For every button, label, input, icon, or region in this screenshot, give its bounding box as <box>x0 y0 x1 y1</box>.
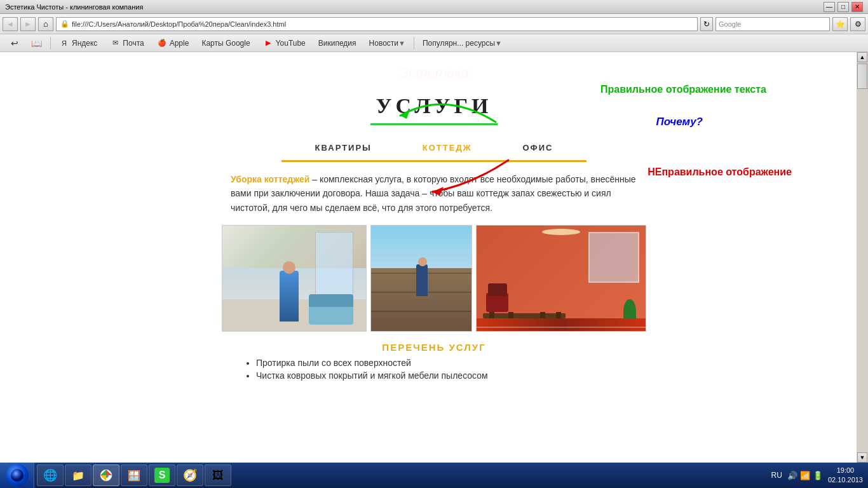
image-1 <box>222 225 367 332</box>
services-list: Протирка пыли со всех поверхностей Чистк… <box>218 358 650 381</box>
bookmark-maps-label: Карты Google <box>201 39 250 48</box>
tabs-underline <box>281 160 587 162</box>
clock-date: 02.10.2013 <box>828 475 863 485</box>
taskbar-lang: RU <box>771 471 782 480</box>
bookmark-popular-label: Популярн... ресурсы <box>423 39 495 48</box>
maximize-button[interactable]: □ <box>837 2 849 12</box>
bookmark-apple-label: Apple <box>170 39 189 48</box>
website-content: Эстетика УСЛУГИ КВАРТИРЫ КОТТЕДЖ ОФИС Уб… <box>0 52 868 463</box>
taskbar-right: RU 🔊 📶 🔋 19:00 02.10.2013 <box>766 466 868 485</box>
ssl-icon: 🔒 <box>60 20 69 28</box>
bookmark-history[interactable]: ↩ <box>5 36 24 50</box>
yandex-icon: Я <box>59 38 69 48</box>
bookmark-wikipedia[interactable]: Википедия <box>313 36 362 50</box>
refresh-button[interactable]: ↻ <box>700 17 713 31</box>
address-bar[interactable]: 🔒 file:///C:/Users/Анатолий/Desktop/Проб… <box>56 17 698 31</box>
taskbar-ie[interactable]: 🌐 <box>37 464 64 486</box>
bookmark-news-label: Новости <box>369 39 398 48</box>
service-highlight: Уборка коттеджей <box>231 174 309 184</box>
youtube-icon: ▶ <box>263 38 273 48</box>
bookmark-apple[interactable]: 🍎 Apple <box>151 36 195 50</box>
favorites-button[interactable]: ⭐ <box>832 17 848 31</box>
images-row <box>205 225 663 332</box>
services-ul: Протирка пыли со всех поверхностей Чистк… <box>243 358 625 381</box>
tab-cottage[interactable]: КОТТЕДЖ <box>397 138 498 158</box>
back-button[interactable]: ◄ <box>3 17 18 31</box>
gallery-icon: 🖼 <box>210 468 226 483</box>
taskbar-sys-icons: 🔊 📶 🔋 <box>787 471 823 480</box>
bookmark-youtube[interactable]: ▶ YouTube <box>257 36 311 50</box>
ie-icon: 🌐 <box>43 468 58 483</box>
home-button[interactable]: ⌂ <box>38 17 53 31</box>
network-icon[interactable]: 📶 <box>800 471 810 480</box>
explorer-icon: 📁 <box>71 468 86 483</box>
battery-icon[interactable]: 🔋 <box>813 471 823 480</box>
taskbar-explorer[interactable]: 📁 <box>65 464 92 486</box>
tab-office[interactable]: ОФИС <box>497 138 578 158</box>
taskbar: 🌐 📁 🪟 <box>0 463 868 488</box>
address-text: file:///C:/Users/Анатолий/Desktop/Проба%… <box>72 20 286 28</box>
browser-content: Эстетика УСЛУГИ КВАРТИРЫ КОТТЕДЖ ОФИС Уб… <box>0 52 868 463</box>
chrome-icon <box>98 468 114 483</box>
apple-icon: 🍎 <box>157 38 167 48</box>
full-page: Эстетика Чистоты - клининговая компания … <box>0 0 868 488</box>
taskbar-slides[interactable]: S <box>149 464 175 486</box>
start-button[interactable] <box>0 463 34 488</box>
taskbar-gallery[interactable]: 🖼 <box>205 464 231 486</box>
service-item-2: Чистка ковровых покрытий и мягкой мебели… <box>256 370 625 381</box>
minimize-button[interactable]: — <box>824 2 835 12</box>
watermark-text: Эстетика <box>25 65 843 81</box>
tab-apartments[interactable]: КВАРТИРЫ <box>290 138 397 158</box>
search-bar[interactable]: Google <box>715 17 830 31</box>
volume-up-icon[interactable]: 🔊 <box>787 471 797 480</box>
close-button[interactable]: ✕ <box>851 2 863 12</box>
bookmark-yandex-label: Яндекс <box>72 39 97 48</box>
popular-dropdown-icon: ▼ <box>495 39 502 47</box>
clock-time: 19:00 <box>828 466 863 475</box>
slides-icon: S <box>154 468 170 483</box>
bookmark-maps[interactable]: Карты Google <box>196 36 255 50</box>
window-title: Эстетика Чистоты - клининговая компания <box>5 3 143 11</box>
start-orb <box>6 464 29 487</box>
image-3 <box>476 225 646 332</box>
bookmarks-separator-2 <box>414 37 414 50</box>
section-title-container: УСЛУГИ <box>25 94 843 125</box>
safari-icon: 🧭 <box>182 468 198 483</box>
page-area: Эстетика УСЛУГИ КВАРТИРЫ КОТТЕДЖ ОФИС Уб… <box>0 52 868 463</box>
scroll-up-button[interactable]: ▲ <box>857 52 867 62</box>
browser-toolbar: ◄ ► ⌂ 🔒 file:///C:/Users/Анатолий/Deskto… <box>0 14 868 34</box>
taskbar-windows[interactable]: 🪟 <box>121 464 147 486</box>
scroll-down-button[interactable]: ▼ <box>857 452 867 463</box>
annotation-incorrect-label: НЕправильное отображение <box>648 166 792 178</box>
service-item-1: Протирка пыли со всех поверхностей <box>256 358 625 368</box>
taskbar-chrome[interactable] <box>93 464 119 486</box>
bookmark-wikipedia-label: Википедия <box>318 39 356 48</box>
bookmark-popular[interactable]: Популярн... ресурсы ▼ <box>417 36 508 50</box>
svg-point-2 <box>11 469 24 482</box>
bookmark-mail-label: Почта <box>123 39 144 48</box>
forward-button[interactable]: ► <box>20 17 36 31</box>
service-description: Уборка коттеджей – комплексная услуга, в… <box>218 172 650 215</box>
image-2 <box>370 225 472 332</box>
bookmarks-bar: ↩ 📖 Я Яндекс ✉ Почта 🍎 Apple Карты Googl… <box>0 34 868 52</box>
bookmarks-separator-1 <box>50 37 51 50</box>
section-underline <box>370 123 498 125</box>
tabs-container: КВАРТИРЫ КОТТЕДЖ ОФИС <box>25 138 843 158</box>
scroll-thumb[interactable] <box>857 64 867 89</box>
page-header-watermark: Эстетика <box>25 65 843 81</box>
windows-icon: 🪟 <box>126 468 142 483</box>
title-bar: Эстетика Чистоты - клининговая компания … <box>0 0 868 14</box>
bookmark-news[interactable]: Новости ▼ <box>363 36 411 50</box>
news-dropdown-icon: ▼ <box>398 39 405 47</box>
taskbar-safari[interactable]: 🧭 <box>177 464 203 486</box>
bookmark-youtube-label: YouTube <box>276 39 306 48</box>
bookmark-mail[interactable]: ✉ Почта <box>104 36 149 50</box>
services-list-title: ПЕРЕЧЕНЬ УСЛУГ <box>25 342 843 353</box>
settings-button[interactable]: ⚙ <box>850 17 865 31</box>
section-title: УСЛУГИ <box>25 94 843 118</box>
bookmark-yandex[interactable]: Я Яндекс <box>53 36 103 50</box>
bookmark-reading-list[interactable]: 📖 <box>25 36 48 50</box>
taskbar-items: 🌐 📁 🪟 <box>34 463 766 488</box>
taskbar-clock[interactable]: 19:00 02.10.2013 <box>828 466 863 485</box>
mail-icon: ✉ <box>110 38 120 48</box>
